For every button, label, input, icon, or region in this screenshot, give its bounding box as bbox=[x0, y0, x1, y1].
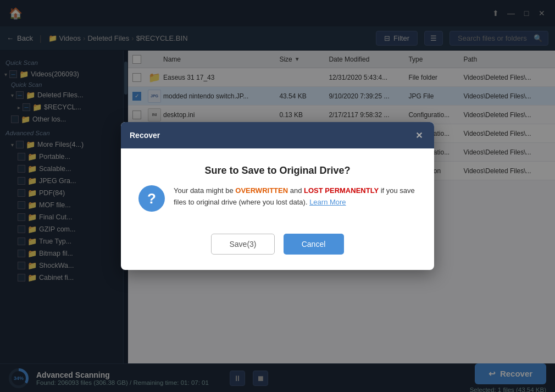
modal-body-plain1: Your data might be bbox=[174, 186, 235, 195]
modal-content-row: ? Your data might be OVERWRITTEN and LOS… bbox=[138, 185, 417, 212]
learn-more-link[interactable]: Learn More bbox=[309, 198, 346, 206]
modal-body: Sure to Save to Original Drive? ? Your d… bbox=[121, 148, 434, 223]
modal-footer: Save(3) Cancel bbox=[121, 223, 434, 270]
modal-overlay[interactable]: Recover ✕ Sure to Save to Original Drive… bbox=[0, 0, 555, 392]
modal-titlebar: Recover ✕ bbox=[121, 122, 434, 148]
modal-body-plain2: and bbox=[288, 186, 304, 195]
modal-question: Sure to Save to Original Drive? bbox=[138, 165, 417, 176]
cancel-button[interactable]: Cancel bbox=[284, 234, 344, 255]
recover-modal: Recover ✕ Sure to Save to Original Drive… bbox=[121, 122, 434, 270]
modal-close-button[interactable]: ✕ bbox=[412, 129, 425, 142]
modal-warning-icon: ? bbox=[138, 185, 165, 212]
modal-title: Recover bbox=[130, 131, 160, 140]
save-button[interactable]: Save(3) bbox=[211, 234, 274, 255]
modal-text: Your data might be OVERWRITTEN and LOST … bbox=[174, 185, 417, 208]
modal-overwritten: OVERWRITTEN bbox=[235, 186, 288, 195]
modal-lost-perm: LOST PERMANENTLY bbox=[304, 186, 379, 195]
